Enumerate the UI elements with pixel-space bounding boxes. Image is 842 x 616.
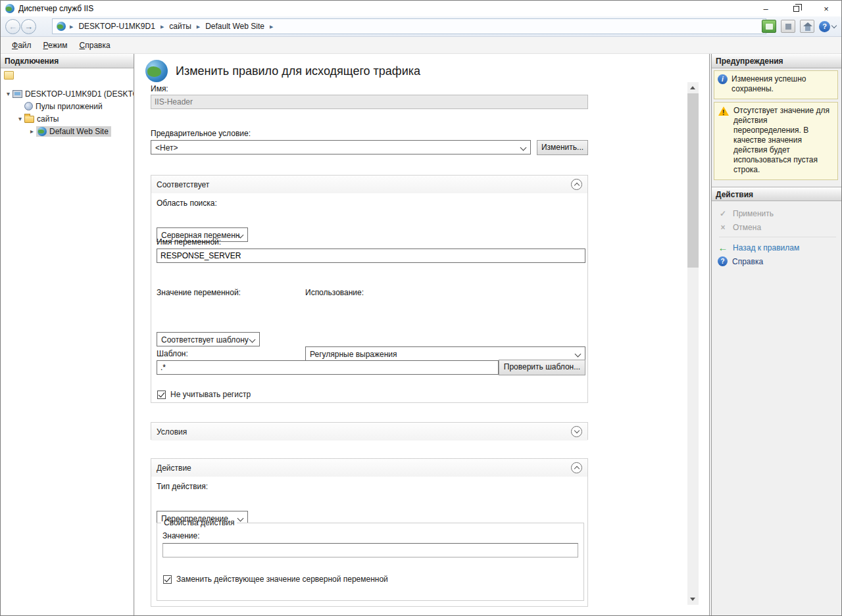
- back-to-rules-link[interactable]: ← Назад к правилам: [718, 241, 842, 254]
- tree-expanded-icon[interactable]: ▾: [4, 90, 12, 97]
- chevron-down-icon: [831, 22, 837, 28]
- close-icon: ×: [824, 4, 829, 14]
- breadcrumb-arrow-icon: ▶: [70, 24, 73, 29]
- iis-manager-window: Диспетчер служб IIS – × ← → ▶ DESKTOP-U1…: [0, 0, 842, 616]
- menu-view[interactable]: Режим: [37, 39, 74, 52]
- page-title: Изменить правило для исходящего трафика: [176, 64, 420, 78]
- conditions-section-header[interactable]: Условия: [151, 423, 587, 440]
- apply-icon: ✓: [718, 209, 728, 218]
- breadcrumb-arrow-icon: ▶: [197, 24, 200, 29]
- menu-help[interactable]: Справка: [74, 39, 116, 52]
- name-label: Имя:: [151, 84, 168, 93]
- restore-icon: [793, 6, 799, 12]
- actions-list: ✓ Применить × Отмена ← Назад к правилам …: [712, 201, 842, 268]
- minimize-icon: –: [763, 4, 768, 14]
- help-icon: ?: [819, 21, 830, 32]
- maximize-button[interactable]: [781, 1, 811, 16]
- tree-item-default-web-site[interactable]: ▸ Default Web Site: [1, 125, 134, 137]
- match-section-header[interactable]: Соответствует: [151, 176, 587, 193]
- collapse-chevron-icon[interactable]: [571, 179, 582, 190]
- warning-icon: !: [718, 106, 730, 116]
- precondition-select[interactable]: <Нет>: [151, 140, 531, 154]
- tree-item-server[interactable]: ▾ DESKTOP-U1MK9D1 (DESKTOP: [1, 87, 134, 100]
- sites-folder-icon: [24, 116, 34, 123]
- action-value-label: Значение:: [162, 531, 200, 540]
- action-properties-legend: Свойства действия: [161, 518, 237, 527]
- help-link[interactable]: ? Справка: [718, 254, 842, 268]
- connections-header: Подключения: [1, 54, 134, 68]
- close-button[interactable]: ×: [811, 1, 841, 16]
- checkbox-icon: [157, 391, 166, 399]
- restart-icon[interactable]: [762, 20, 776, 33]
- precondition-label: Предварительное условие:: [151, 129, 251, 138]
- breadcrumb-item-server[interactable]: DESKTOP-U1MK9D1: [77, 21, 156, 32]
- window-controls: – ×: [751, 1, 841, 16]
- apply-button[interactable]: ✓ Применить: [718, 206, 842, 220]
- warning-alert: ! Отсутствует значение для действия пере…: [714, 102, 838, 180]
- info-icon: i: [718, 74, 728, 84]
- variable-name-input[interactable]: [157, 249, 585, 263]
- cancel-button[interactable]: × Отмена: [718, 220, 842, 234]
- conditions-section: Условия: [151, 422, 588, 440]
- forward-arrow-icon: →: [24, 22, 33, 32]
- forward-button[interactable]: →: [21, 19, 36, 34]
- help-menu-button[interactable]: ?: [819, 21, 836, 32]
- scope-label: Область поиска:: [157, 199, 217, 208]
- edit-precondition-button[interactable]: Изменить...: [537, 140, 588, 155]
- name-input: IIS-Header: [151, 95, 588, 109]
- scroll-down-button[interactable]: [687, 594, 699, 605]
- server-icon: [12, 90, 22, 98]
- expand-chevron-icon[interactable]: [571, 426, 582, 437]
- action-value-input[interactable]: [162, 543, 578, 557]
- ignore-case-checkbox[interactable]: Не учитывать регистр: [157, 390, 251, 399]
- menu-file[interactable]: Файл: [6, 39, 37, 52]
- vertical-scrollbar[interactable]: [687, 82, 699, 605]
- main-content: Изменить правило для исходящего трафика …: [135, 54, 710, 615]
- cancel-icon: ×: [718, 223, 728, 232]
- pattern-label: Шаблон:: [157, 349, 188, 358]
- using-label: Использование:: [305, 288, 364, 297]
- app-pools-icon: [24, 102, 33, 110]
- site-globe-icon: [57, 22, 66, 31]
- breadcrumb-arrow-icon: ▶: [161, 24, 164, 29]
- titlebar: Диспетчер служб IIS – ×: [1, 1, 841, 16]
- action-properties-group: Свойства действия Значение: Заменить дей…: [157, 518, 584, 601]
- scroll-up-button[interactable]: [687, 82, 699, 93]
- actions-separator: [719, 237, 836, 237]
- tree-collapsed-icon[interactable]: ▸: [28, 128, 36, 135]
- checkbox-icon: [163, 575, 172, 584]
- tree-item-sites[interactable]: ▾ сайты: [1, 112, 134, 125]
- ignore-case-label: Не учитывать регистр: [170, 390, 251, 399]
- home-icon[interactable]: [800, 20, 814, 33]
- breadcrumb-item-sites[interactable]: сайты: [168, 21, 193, 32]
- connections-panel: Подключения ▾ DESKTOP-U1MK9D1 (DESKTOP П…: [1, 54, 134, 615]
- using-select[interactable]: Регулярные выражения: [305, 346, 585, 361]
- breadcrumb-arrow-icon: ▶: [270, 24, 273, 29]
- back-button[interactable]: ←: [5, 19, 20, 34]
- action-section: Действие Тип действия: Переопределение С…: [151, 458, 588, 607]
- tree-expanded-icon[interactable]: ▾: [16, 115, 24, 122]
- action-section-title: Действие: [157, 463, 191, 473]
- pattern-input[interactable]: [157, 360, 499, 375]
- conditions-section-title: Условия: [157, 427, 187, 437]
- minimize-button[interactable]: –: [751, 1, 781, 16]
- variable-name-label: Имя переменной:: [157, 237, 221, 247]
- breadcrumb-item-website[interactable]: Default Web Site: [204, 21, 266, 32]
- back-arrow-icon: ←: [718, 242, 728, 253]
- scrollbar-thumb[interactable]: [687, 93, 699, 268]
- add-connection-icon[interactable]: [4, 71, 14, 80]
- breadcrumb: ▶ DESKTOP-U1MK9D1 ▶ сайты ▶ Default Web …: [52, 18, 766, 34]
- page-globe-icon: [145, 60, 168, 82]
- addressbar: ← → ▶ DESKTOP-U1MK9D1 ▶ сайты ▶ Default …: [1, 16, 841, 37]
- test-pattern-button[interactable]: Проверить шаблон...: [499, 360, 585, 375]
- addressbar-toolbar: ?: [762, 20, 836, 33]
- stop-icon[interactable]: [781, 20, 795, 33]
- action-section-header[interactable]: Действие: [151, 459, 587, 477]
- collapse-chevron-icon[interactable]: [571, 462, 582, 473]
- info-alert: i Изменения успешно сохранены.: [714, 70, 838, 99]
- tree-item-app-pools[interactable]: Пулы приложений: [1, 100, 134, 112]
- window-title: Диспетчер служб IIS: [18, 4, 93, 13]
- replace-value-checkbox[interactable]: Заменить действующее значение серверной …: [163, 575, 388, 584]
- variable-value-select[interactable]: Соответствует шаблону: [157, 332, 260, 346]
- connections-tree: ▾ DESKTOP-U1MK9D1 (DESKTOP Пулы приложен…: [1, 87, 134, 137]
